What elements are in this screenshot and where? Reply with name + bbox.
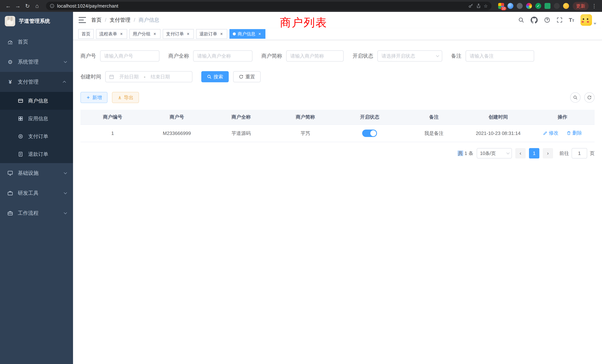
sidebar-item-label: 支付订单 bbox=[28, 133, 66, 140]
cell-merchant-no: M233666999 bbox=[145, 125, 209, 142]
goto-page-input[interactable] bbox=[572, 148, 587, 159]
close-icon[interactable]: × bbox=[219, 32, 224, 36]
refresh-icon[interactable] bbox=[584, 92, 595, 103]
sidebar-item-pay[interactable]: ¥ 支付管理 bbox=[0, 72, 73, 92]
sidebar-item-infra[interactable]: 基础设施 bbox=[0, 163, 73, 183]
sidebar-item-label: 工作流程 bbox=[18, 210, 59, 217]
show-search-toggle-icon[interactable] bbox=[570, 92, 580, 103]
sidebar-item-system[interactable]: ⚙ 系统管理 bbox=[0, 52, 73, 72]
tab-merchant-info[interactable]: 商户信息 × bbox=[229, 29, 265, 39]
extension-grid-icon[interactable]: 10 bbox=[498, 3, 504, 9]
breadcrumb-pay[interactable]: 支付管理 bbox=[110, 17, 130, 23]
browser-menu-icon[interactable]: ⋮ bbox=[590, 3, 598, 9]
extension-dark-icon[interactable] bbox=[517, 3, 523, 9]
extension-pin-icon[interactable] bbox=[554, 3, 560, 9]
share-icon[interactable] bbox=[476, 3, 481, 9]
monitor-icon bbox=[7, 170, 13, 176]
extension-face-icon[interactable] bbox=[563, 3, 569, 9]
chevron-down-icon bbox=[64, 60, 67, 63]
cell-full-name: 芋道源码 bbox=[209, 125, 273, 142]
gear-icon: ⚙ bbox=[7, 59, 13, 65]
search-button[interactable]: 搜索 bbox=[201, 71, 229, 82]
hamburger-icon[interactable] bbox=[79, 17, 86, 23]
password-key-icon[interactable] bbox=[468, 3, 473, 9]
sidebar-item-app-info[interactable]: 应用信息 bbox=[0, 110, 73, 128]
close-icon[interactable]: × bbox=[119, 32, 124, 36]
tab-user-group[interactable]: 用户分组 × bbox=[129, 29, 161, 39]
sidebar-item-workflow[interactable]: 工作流程 bbox=[0, 203, 73, 223]
tab-refund-order[interactable]: 退款订单 × bbox=[196, 29, 227, 39]
sidebar-item-home[interactable]: 首页 bbox=[0, 32, 73, 52]
extension-drop-icon[interactable] bbox=[507, 3, 513, 9]
add-button[interactable]: 新增 bbox=[80, 92, 108, 103]
extension-sheet-icon[interactable] bbox=[545, 3, 550, 9]
filter-row-2: 创建时间 - 搜索 重置 bbox=[80, 71, 595, 82]
github-icon[interactable] bbox=[531, 17, 538, 23]
filter-status: 开启状态 请选择开启状态 bbox=[353, 50, 442, 62]
fullscreen-icon[interactable] bbox=[557, 17, 562, 23]
date-start-input[interactable] bbox=[116, 74, 142, 80]
pagination-total: 共 1 条 bbox=[458, 150, 473, 157]
merchant-short-input[interactable] bbox=[286, 50, 344, 62]
tab-label: 首页 bbox=[82, 31, 90, 37]
cell-status bbox=[337, 125, 402, 142]
sidebar-item-refund-order[interactable]: 退款订单 bbox=[0, 145, 73, 163]
sidebar-item-pay-order[interactable]: 支付订单 bbox=[0, 128, 73, 145]
select-placeholder: 请选择开启状态 bbox=[381, 53, 415, 59]
sidebar-item-merchant-info[interactable]: 商户信息 bbox=[0, 92, 73, 110]
reload-icon[interactable]: ↻ bbox=[23, 1, 32, 10]
user-menu[interactable] bbox=[580, 14, 596, 26]
sidebar-item-devtools[interactable]: 研发工具 bbox=[0, 183, 73, 203]
delete-button[interactable]: 删除 bbox=[566, 130, 582, 136]
tab-pay-order[interactable]: 支付订单 × bbox=[163, 29, 194, 39]
pay-submenu: 商户信息 应用信息 支付订单 bbox=[0, 92, 73, 163]
bookmark-star-icon[interactable]: ☆ bbox=[484, 3, 488, 9]
next-page-button[interactable]: › bbox=[543, 148, 553, 159]
page-size-select[interactable]: 10条/页 bbox=[477, 148, 512, 159]
field-label: 创建时间 bbox=[80, 73, 101, 80]
browser-extensions: 10 ✓ bbox=[498, 3, 569, 9]
card-icon bbox=[17, 98, 24, 104]
page-1-button[interactable]: 1 bbox=[529, 148, 539, 159]
sidebar-item-label: 商户信息 bbox=[28, 97, 66, 104]
remark-input[interactable] bbox=[466, 50, 534, 62]
status-select[interactable]: 请选择开启状态 bbox=[377, 50, 442, 62]
tab-label: 退款订单 bbox=[199, 31, 217, 37]
sidebar-menu: 首页 ⚙ 系统管理 ¥ 支付管理 商户信息 bbox=[0, 30, 73, 364]
chevron-down-icon bbox=[64, 191, 67, 194]
browser-chrome: ← → ↻ ⌂ localhost:1024/pay/merchant ☆ 10… bbox=[0, 0, 602, 12]
extension-check-icon[interactable]: ✓ bbox=[535, 3, 541, 9]
site-info-icon[interactable] bbox=[50, 3, 54, 8]
status-toggle[interactable] bbox=[362, 129, 377, 137]
date-end-input[interactable] bbox=[148, 74, 173, 80]
edit-button[interactable]: 修改 bbox=[543, 130, 559, 136]
help-icon[interactable] bbox=[544, 17, 550, 23]
search-icon[interactable] bbox=[518, 17, 524, 23]
tab-home[interactable]: 首页 bbox=[78, 29, 94, 39]
sidebar-item-label: 系统管理 bbox=[18, 58, 59, 65]
prev-page-button[interactable]: ‹ bbox=[515, 148, 526, 159]
address-bar[interactable]: localhost:1024/pay/merchant ☆ bbox=[46, 2, 492, 10]
app-logo[interactable]: 芋道管理系统 bbox=[0, 12, 73, 30]
extension-badge: 10 bbox=[501, 7, 506, 10]
pagination: 共 1 条 10条/页 ‹ 1 › 前往 页 bbox=[80, 148, 595, 159]
reset-button[interactable]: 重置 bbox=[233, 71, 261, 82]
close-icon[interactable]: × bbox=[257, 32, 262, 36]
export-button[interactable]: 导出 bbox=[112, 92, 139, 103]
date-range-picker[interactable]: - bbox=[105, 71, 192, 82]
table-tools bbox=[570, 92, 595, 103]
font-size-icon[interactable]: TT bbox=[569, 17, 574, 23]
merchant-name-input[interactable] bbox=[193, 50, 252, 62]
browser-update-button[interactable]: 更新 bbox=[573, 2, 589, 10]
extension-rainbow-icon[interactable] bbox=[526, 3, 532, 9]
back-icon[interactable]: ← bbox=[4, 1, 13, 10]
close-icon[interactable]: × bbox=[152, 32, 157, 36]
close-icon[interactable]: × bbox=[186, 32, 191, 36]
forward-icon[interactable]: → bbox=[13, 1, 22, 10]
tab-flow-form[interactable]: 流程表单 × bbox=[96, 29, 127, 39]
merchant-no-input[interactable] bbox=[100, 50, 159, 62]
breadcrumb-home[interactable]: 首页 bbox=[91, 17, 102, 23]
logo-rabbit-avatar bbox=[5, 16, 15, 26]
home-icon[interactable]: ⌂ bbox=[33, 1, 42, 10]
col-merchant-no: 商户号 bbox=[145, 110, 209, 125]
